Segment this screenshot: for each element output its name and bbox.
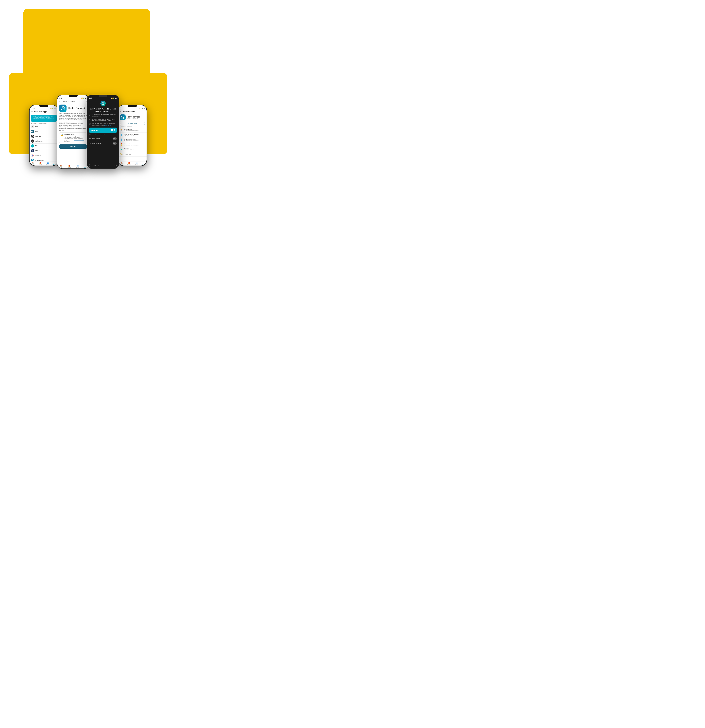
- phone1-back-button[interactable]: ←: [31, 110, 33, 113]
- phone2-privacy-text: Your data is protected by HIPAA Privacy …: [65, 136, 85, 142]
- nav-benefits-2[interactable]: 🎁 Benefits: [68, 165, 71, 168]
- health-connect-arrow: ›: [56, 160, 56, 161]
- phone4-screen: 1:29 📶🔋72% ← Health Connect ⋮ Health Co: [118, 105, 147, 166]
- body-fat-icon: 💧: [120, 138, 123, 141]
- phone1-banner[interactable]: ℹ Google Fit will be discontinued in ear…: [31, 115, 57, 121]
- phone4-device: 1:29 📶🔋72% ← Health Connect ⋮ Health Co: [118, 105, 147, 166]
- garmin-arrow: ›: [56, 150, 56, 152]
- nav-home-2[interactable]: 🏠 Home: [60, 165, 62, 168]
- phone4-stats-list: 🏃 Active Minutes No data received from G…: [118, 128, 147, 156]
- phone3-row-2: 🛡 You can learn how Virgin Pulse handles…: [87, 122, 119, 127]
- phone2-privacy-content: Privacy Protected Your data is protected…: [65, 134, 85, 142]
- height-icon: 📏: [120, 152, 123, 156]
- calories-name: Calories Burned: [124, 143, 145, 144]
- nav-home-1[interactable]: 🏠 Home: [32, 162, 35, 165]
- more-icon: ···: [54, 162, 55, 164]
- stat-glucose: 🧪 Glucose : 4.0 11/14/2024, 02:42 PM: [118, 147, 147, 152]
- nav-more-4[interactable]: ··· More: [142, 162, 144, 165]
- phone4-logo-area: Health Connect Last Sync: Today, 01:29 P…: [118, 114, 147, 121]
- max-label: Max: [35, 131, 56, 132]
- rethinkcare-arrow: ›: [56, 140, 56, 142]
- home-icon-2: 🏠: [60, 165, 62, 167]
- phone2-title: Health Connect: [62, 100, 86, 103]
- cancel-button[interactable]: Cancel: [89, 164, 99, 167]
- history-icon: ↺: [89, 119, 91, 121]
- blood-pressure-icon: 〜: [89, 142, 91, 144]
- fitbit-label: Fitbit: [35, 145, 56, 147]
- google-fit-icon: [31, 154, 34, 157]
- phone4-nav-bar: 🏠 Home 🎁 Benefits 👥 Social ··· More: [118, 161, 147, 166]
- blood-pressure-stat-name: Blood Pressure : 120.0/80.0: [124, 134, 145, 135]
- phone3-header: [87, 99, 119, 107]
- nav-more-2[interactable]: ··· More: [84, 165, 87, 168]
- benefits-icon: 🎁: [39, 162, 42, 164]
- phone1-title: Devices & Apps: [34, 111, 47, 113]
- stat-height: 📏 Height : 1.92: [118, 152, 147, 156]
- calories-icon: 🔥: [120, 143, 123, 146]
- phone4-last-sync: Last Sync: Today, 01:29 PM: [127, 118, 140, 119]
- phone1-screen: 1:29 📶🔋72% ← Devices & Apps ℹ Google Fit…: [30, 105, 58, 166]
- phone3-screen: 1:29 📶🔋72% Allow Virgin Pulse to access …: [87, 95, 119, 169]
- phone2-device: 1:29 📶🔋72% ← Health Connect ⋮ Health Con…: [57, 95, 89, 169]
- social-icon: 👥: [47, 162, 49, 164]
- blood-glucose-toggle[interactable]: [113, 137, 117, 140]
- allow-all-toggle[interactable]: [111, 129, 115, 131]
- fitbit-icon: ⁘: [31, 144, 34, 147]
- nav-more-1[interactable]: ··· More: [53, 162, 56, 165]
- last-sync-per-stat-label: LAST SYNC PER STAT: [118, 126, 147, 128]
- nav-benefits-4[interactable]: 🎁 Benefits: [127, 162, 131, 165]
- phone2-connect-button[interactable]: Connect: [59, 144, 87, 149]
- phone1-notch: [39, 105, 48, 107]
- max-arrow: ›: [56, 131, 56, 132]
- device-fitbit[interactable]: ⁘ Fitbit ›: [30, 144, 58, 148]
- device-max[interactable]: uMAX Max ›: [30, 129, 58, 134]
- device-garmin[interactable]: △ Garmin ›: [30, 148, 58, 153]
- phones-wrapper: 1:29 📶🔋72% ← Devices & Apps ℹ Google Fit…: [3, 12, 173, 169]
- max-buzz-arrow: ›: [56, 136, 56, 137]
- nav-benefits-1[interactable]: 🎁 Benefits: [39, 162, 42, 165]
- nav-home-4[interactable]: 🏠 Home: [120, 162, 123, 165]
- phone2-hc-logo: [59, 104, 66, 112]
- device-max-buzz[interactable]: ◯ Max Buzz ›: [30, 134, 58, 139]
- device-google-fit[interactable]: Google Fit ›: [30, 153, 58, 158]
- permission-blood-glucose[interactable]: 〜 Blood glucose: [87, 136, 119, 141]
- phone1-banner-text: Google Fit will be discontinued in early…: [33, 116, 55, 121]
- phone1-time: 1:29: [32, 108, 35, 109]
- nav-social-2[interactable]: 👥 Social: [76, 165, 79, 168]
- glucose-name: Glucose : 4.0: [124, 148, 145, 149]
- height-name: Height : 1.92: [124, 153, 145, 155]
- nav-social-1[interactable]: 👥 Social: [46, 162, 49, 165]
- phone3-row-1: ↺ If you give read access, this app can …: [87, 118, 119, 122]
- allow-all-button[interactable]: Allow all: [89, 127, 117, 133]
- privacy-link[interactable]: General Privacy Notice: [74, 140, 84, 140]
- blood-pressure-toggle[interactable]: [113, 142, 117, 144]
- max-icon: uMAX: [31, 130, 34, 133]
- calories-sub: No data received from Google Fit: [124, 144, 145, 146]
- device-max-go[interactable]: ⚙ Max GO ›: [30, 124, 58, 129]
- garmin-label: Garmin: [35, 150, 56, 152]
- info-icon: ℹ: [32, 116, 32, 117]
- home-icon: 🏠: [32, 162, 34, 164]
- blood-pressure-stat-sub: 11/07/2024, 06:19 PM: [124, 135, 145, 136]
- permission-blood-pressure[interactable]: 〜 Blood pressure: [87, 141, 119, 146]
- phone3-notch: [99, 95, 107, 97]
- transfer-icon: ⇄: [89, 114, 91, 116]
- phone4-back-button[interactable]: ←: [120, 110, 122, 113]
- sync-stats-button[interactable]: ↻ Sync Stats: [120, 122, 145, 125]
- phone2-back-button[interactable]: ←: [59, 100, 61, 103]
- device-rethinkcare[interactable]: RC RethinkCare ›: [30, 139, 58, 144]
- phone4-app-info: Health Connect Last Sync: Today, 01:29 P…: [127, 116, 140, 119]
- sync-stats-label: Sync Stats: [130, 123, 137, 124]
- phone1-section-label: AVAILABLE DEVICES & APPS: [30, 123, 58, 124]
- home-icon-4: 🏠: [121, 162, 123, 164]
- phone4-more-button[interactable]: ⋮: [143, 111, 145, 113]
- nav-social-4[interactable]: 👥 Social: [135, 162, 138, 165]
- phone4-hc-logo: [120, 114, 125, 120]
- body-fat-sub: No data received from Google Fit: [124, 140, 145, 141]
- height-info: Height : 1.92: [124, 153, 145, 155]
- phone2-body-text: Health Connect is replacing Google Fit! …: [57, 113, 89, 121]
- phone3-status-icons: 📶🔋72%: [111, 98, 117, 99]
- phone3-title: Allow Virgin Pulse to access Health Conn…: [87, 107, 119, 113]
- phone2-privacy-title: Privacy Protected: [65, 134, 85, 135]
- allow-button[interactable]: Allow: [114, 164, 117, 167]
